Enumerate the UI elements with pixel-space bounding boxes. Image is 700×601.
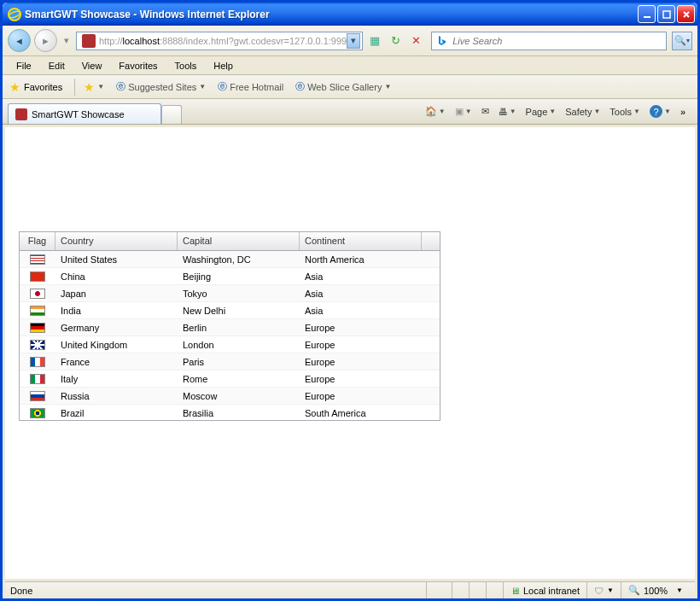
tab-smartgwt-showcase[interactable]: SmartGWT Showcase (8, 103, 161, 124)
menu-file[interactable]: File (8, 58, 40, 73)
col-flag[interactable]: Flag (20, 232, 55, 250)
cell-continent: Asia (300, 287, 422, 300)
nav-history-dropdown[interactable]: ▾ (61, 29, 73, 52)
menu-edit[interactable]: Edit (40, 58, 73, 73)
tools-menu[interactable]: Tools▼ (606, 105, 644, 119)
address-bar[interactable]: http://localhost:8888/index.html?gwt.cod… (76, 32, 363, 50)
ie-small-icon: ⓔ (116, 80, 125, 93)
url-dropdown[interactable]: ▾ (347, 33, 360, 49)
zoom-icon: 🔍 (628, 585, 640, 596)
rss-icon: ▣ (455, 106, 464, 117)
nav-toolbar: ◄ ► ▾ http://localhost:8888/index.html?g… (3, 26, 697, 56)
protected-mode[interactable]: 🛡▼ (586, 582, 621, 598)
cell-continent: South America (300, 406, 422, 420)
free-hotmail[interactable]: ⓔFree Hotmail (214, 79, 287, 95)
col-continent[interactable]: Continent (300, 232, 422, 250)
col-country[interactable]: Country (55, 232, 178, 250)
close-button[interactable] (677, 5, 695, 23)
flag-icon (30, 357, 45, 367)
grid-body[interactable]: United StatesWashington, DCNorth America… (20, 251, 440, 420)
stop-button[interactable]: ✕ (407, 32, 424, 50)
table-row[interactable]: GermanyBerlinEurope (20, 319, 440, 336)
status-bar: Done 🖥Local intranet 🛡▼ 🔍100%▼ (5, 581, 695, 598)
security-zone[interactable]: 🖥Local intranet (503, 582, 586, 598)
search-go-button[interactable]: 🔍▾ (672, 32, 692, 50)
cell-capital: Rome (178, 372, 300, 386)
table-row[interactable]: FranceParisEurope (20, 353, 440, 371)
cell-country: India (55, 304, 178, 318)
cell-continent: Asia (300, 304, 422, 318)
menu-view[interactable]: View (73, 58, 111, 73)
minimize-button[interactable] (638, 5, 656, 23)
web-slice-gallery[interactable]: ⓔWeb Slice Gallery▼ (292, 79, 394, 95)
maximize-button[interactable] (657, 5, 675, 23)
suggested-sites[interactable]: ⓔSuggested Sites▼ (113, 79, 209, 95)
cell-country: Brazil (55, 406, 178, 420)
refresh-button[interactable]: ↻ (387, 32, 404, 50)
page-menu[interactable]: Page▼ (522, 105, 560, 119)
read-mail-button[interactable]: ✉ (478, 104, 493, 119)
cell-country: China (55, 270, 178, 283)
search-box[interactable] (431, 32, 667, 50)
menu-bar: File Edit View Favorites Tools Help (3, 56, 697, 75)
menu-help[interactable]: Help (205, 58, 242, 73)
toolbar-overflow[interactable]: » (677, 105, 689, 119)
table-row[interactable]: ItalyRomeEurope (20, 371, 440, 388)
flag-icon (30, 306, 45, 316)
zoom-control[interactable]: 🔍100%▼ (621, 582, 690, 598)
forward-button[interactable]: ► (34, 29, 57, 52)
cell-continent: Europe (300, 355, 422, 369)
col-capital[interactable]: Capital (178, 232, 300, 250)
cell-country: Italy (55, 372, 178, 386)
table-row[interactable]: United StatesWashington, DCNorth America (20, 251, 440, 268)
cell-continent: North America (300, 253, 422, 266)
table-row[interactable]: JapanTokyoAsia (20, 285, 440, 302)
table-row[interactable]: RussiaMoscowEurope (20, 388, 440, 405)
cell-country: Germany (55, 321, 178, 335)
flag-icon (30, 340, 45, 350)
cell-continent: Europe (300, 321, 422, 335)
menu-favorites[interactable]: Favorites (110, 58, 166, 73)
print-button[interactable]: 🖶▼ (495, 105, 520, 119)
table-row[interactable]: IndiaNew DelhiAsia (20, 302, 440, 319)
ie-small-icon: ⓔ (295, 80, 305, 93)
compat-view-icon[interactable]: ▦ (366, 32, 383, 50)
flag-icon (30, 254, 45, 265)
cell-country: France (55, 355, 178, 369)
flag-icon (30, 289, 45, 299)
safety-menu[interactable]: Safety▼ (562, 105, 604, 119)
intranet-icon: 🖥 (510, 586, 520, 596)
cell-country: Russia (55, 389, 178, 403)
grid-header: Flag Country Capital Continent (20, 232, 440, 251)
help-button[interactable]: ?▼ (646, 103, 674, 120)
url-text[interactable]: http://localhost:8888/index.html?gwt.cod… (99, 36, 347, 46)
favorites-button[interactable]: ★Favorites (9, 80, 62, 94)
print-icon: 🖶 (499, 107, 508, 117)
svg-rect-2 (644, 16, 650, 18)
home-button[interactable]: 🏠▼ (422, 104, 449, 119)
cell-continent: Europe (300, 372, 422, 386)
help-icon: ? (650, 105, 662, 118)
cell-continent: Europe (300, 389, 422, 403)
cell-continent: Asia (300, 270, 422, 283)
add-to-favorites[interactable]: ★▼ (80, 79, 108, 96)
cell-continent: Europe (300, 338, 422, 352)
new-tab-button[interactable] (161, 105, 182, 124)
flag-icon (30, 408, 45, 418)
search-input[interactable] (452, 36, 662, 46)
cell-capital: Brasilia (178, 406, 300, 420)
ie-icon (8, 8, 21, 21)
table-row[interactable]: ChinaBeijingAsia (20, 268, 440, 285)
favorites-bar: ★Favorites ★▼ ⓔSuggested Sites▼ ⓔFree Ho… (3, 75, 697, 99)
shield-icon: 🛡 (594, 586, 604, 596)
table-row[interactable]: BrazilBrasiliaSouth America (20, 405, 440, 420)
flag-icon (30, 374, 45, 384)
back-button[interactable]: ◄ (8, 29, 31, 52)
flag-icon (30, 391, 45, 401)
titlebar[interactable]: SmartGWT Showcase - Windows Internet Exp… (3, 3, 697, 26)
cell-capital: Tokyo (178, 287, 300, 300)
feeds-button[interactable]: ▣▼ (452, 104, 475, 119)
cell-capital: New Delhi (178, 304, 300, 318)
table-row[interactable]: United KingdomLondonEurope (20, 336, 440, 353)
menu-tools[interactable]: Tools (166, 58, 206, 73)
